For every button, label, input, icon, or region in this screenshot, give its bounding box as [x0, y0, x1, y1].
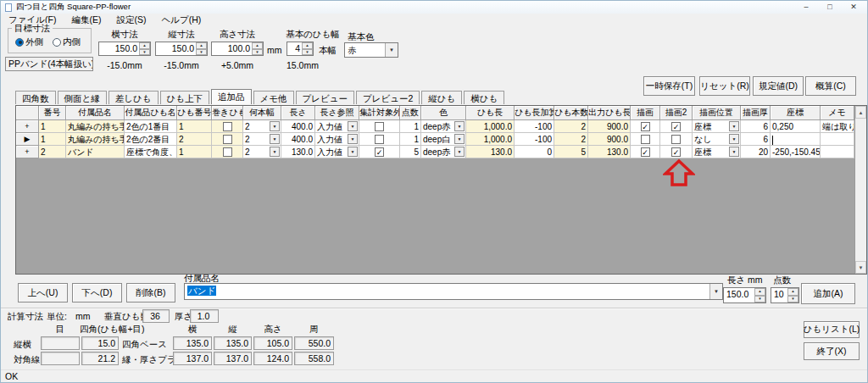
column-header[interactable]: メモ — [821, 106, 854, 120]
column-header[interactable]: ひも長加算 — [515, 106, 554, 120]
text-cell[interactable]: 2色の1番目 — [125, 120, 177, 133]
column-header[interactable]: 巻きひも — [212, 106, 243, 120]
row-marker[interactable]: + — [16, 146, 39, 158]
column-header[interactable]: 長さ参照 — [315, 106, 359, 120]
text-cell[interactable]: 座標で角度、描画.. — [125, 146, 177, 158]
text-cell[interactable]: 2 — [39, 146, 66, 158]
grid-corner-header[interactable] — [16, 106, 39, 120]
checkbox-cell[interactable] — [359, 120, 400, 133]
chevron-down-icon[interactable]: ▼ — [348, 134, 358, 144]
menu-edit[interactable]: 編集(E) — [64, 14, 108, 26]
column-header[interactable]: 番号 — [39, 106, 66, 120]
grid-row[interactable]: +1丸編みの持ち手(4..2色の1番目12▼400.0入力値▼1deep赤▼1,… — [16, 120, 854, 133]
length-spinner[interactable]: 150.0 ▲▼ — [723, 287, 766, 303]
dropdown-cell[interactable]: deep白▼ — [421, 133, 466, 146]
chevron-down-icon[interactable]: ▼ — [385, 43, 398, 57]
checkbox-checked-icon[interactable]: ✓ — [641, 147, 650, 157]
column-header[interactable]: 描画位置 — [693, 106, 741, 120]
depth-spinner[interactable]: 150.0 ▲▼ — [155, 42, 208, 56]
checkbox-cell[interactable] — [212, 120, 243, 133]
dropdown-cell[interactable]: 入力値▼ — [315, 133, 359, 146]
tab-9[interactable]: 横ひも — [464, 91, 504, 104]
chevron-down-icon[interactable]: ▼ — [270, 147, 280, 157]
accessory-name-combo[interactable]: バンド ▼ — [184, 283, 723, 300]
text-cell[interactable]: 5 — [554, 146, 588, 158]
points-spinner[interactable]: 10 ▲▼ — [771, 287, 799, 303]
text-cell[interactable]: 1 — [39, 120, 66, 133]
column-header[interactable]: 付属品ひも名 — [125, 106, 177, 120]
dropdown-cell[interactable]: 座標▼ — [693, 120, 741, 133]
chevron-down-icon[interactable]: ▼ — [729, 121, 739, 131]
text-cell[interactable]: 2 — [554, 133, 588, 146]
grid-row[interactable]: ▶1丸編みの持ち手(4..2色の2番目22▼400.0入力値▼1deep白▼1,… — [16, 133, 854, 146]
add-button[interactable]: 追加(A) — [801, 283, 855, 304]
text-cell[interactable]: 丸編みの持ち手(4.. — [66, 120, 125, 133]
checkbox-cell[interactable]: ✓ — [359, 146, 400, 158]
spin-up-icon[interactable]: ▲ — [754, 288, 765, 296]
spin-down-icon[interactable]: ▼ — [196, 49, 207, 56]
text-cell[interactable]: 1 — [400, 133, 421, 146]
column-header[interactable]: 集計対象外 — [359, 106, 400, 120]
checkbox-unchecked-icon[interactable] — [641, 135, 650, 144]
column-header[interactable]: 出力ひも長 — [588, 106, 631, 120]
tab-0[interactable]: 四角数 — [15, 91, 56, 104]
exit-button[interactable]: 終了(X) — [804, 342, 860, 360]
row-marker[interactable]: + — [16, 120, 39, 133]
move-down-button[interactable]: 下へ(D) — [72, 283, 122, 303]
column-header[interactable]: 付属品名 — [66, 106, 125, 120]
text-cell[interactable] — [771, 133, 821, 146]
radio-inner-icon[interactable] — [53, 38, 61, 47]
chevron-down-icon[interactable]: ▼ — [454, 147, 465, 157]
text-cell[interactable]: 5 — [400, 146, 421, 158]
string-list-button[interactable]: ひもリスト(L) — [804, 321, 860, 338]
band-width-spinner[interactable]: 4 ▲▼ — [287, 42, 314, 56]
spin-down-icon[interactable]: ▼ — [787, 296, 798, 303]
text-cell[interactable]: 0 — [515, 146, 554, 158]
checkbox-cell[interactable] — [212, 146, 243, 158]
checkbox-cell[interactable]: ✓ — [631, 146, 660, 158]
column-header[interactable]: ひも長 — [466, 106, 515, 120]
tab-6[interactable]: プレビュー — [296, 91, 354, 104]
checkbox-cell[interactable] — [631, 133, 660, 146]
chevron-down-icon[interactable]: ▼ — [729, 147, 739, 157]
tab-8[interactable]: 縦ひも — [421, 91, 462, 104]
column-header[interactable]: 描画 — [631, 106, 660, 120]
maximize-icon[interactable]: □ — [818, 1, 842, 14]
checkbox-cell[interactable]: ✓ — [660, 146, 693, 158]
menu-help[interactable]: ヘルプ(H) — [153, 14, 209, 26]
text-cell[interactable]: バンド — [66, 146, 125, 158]
text-cell[interactable]: 2 — [554, 120, 588, 133]
dropdown-cell[interactable]: deep赤▼ — [421, 146, 466, 158]
height-spinner[interactable]: 100.0 ▲▼ — [211, 42, 264, 56]
chevron-down-icon[interactable]: ▼ — [348, 147, 358, 157]
tab-5[interactable]: メモ他 — [253, 91, 294, 104]
radio-outer[interactable]: 外側 — [15, 36, 43, 48]
column-header[interactable]: ひも番号 — [177, 106, 212, 120]
chevron-down-icon[interactable]: ▼ — [729, 134, 739, 144]
spin-down-icon[interactable]: ▼ — [139, 49, 150, 56]
text-cell[interactable]: 130.0 — [281, 146, 315, 158]
radio-inner[interactable]: 内側 — [53, 36, 81, 48]
text-cell[interactable]: 400.0 — [281, 133, 315, 146]
text-cell[interactable]: 丸編みの持ち手(4.. — [66, 133, 125, 146]
column-header[interactable]: 長さ — [281, 106, 315, 120]
dropdown-cell[interactable]: 2▼ — [243, 120, 281, 133]
text-cell[interactable]: 1 — [400, 120, 421, 133]
estimate-button[interactable]: 概算(C) — [805, 76, 856, 96]
checkbox-unchecked-icon[interactable] — [375, 135, 384, 144]
spin-up-icon[interactable]: ▲ — [787, 288, 798, 296]
width-spinner[interactable]: 150.0 ▲▼ — [98, 42, 151, 56]
chevron-down-icon[interactable]: ▼ — [270, 121, 280, 131]
base-color-combo[interactable]: 赤 ▼ — [344, 42, 398, 58]
column-header[interactable]: 描画2 — [660, 106, 693, 120]
checkbox-checked-icon[interactable]: ✓ — [375, 147, 384, 157]
delete-button[interactable]: 削除(B) — [126, 283, 175, 303]
dropdown-cell[interactable]: 2▼ — [243, 133, 281, 146]
dropdown-cell[interactable]: 2▼ — [243, 146, 281, 158]
text-cell[interactable]: 1,000.0 — [466, 120, 515, 133]
checkbox-unchecked-icon[interactable] — [223, 147, 232, 157]
minimize-icon[interactable]: – — [794, 1, 818, 14]
tab-3[interactable]: ひも上下 — [160, 91, 210, 104]
text-cell[interactable]: 1 — [39, 133, 66, 146]
checkbox-checked-icon[interactable]: ✓ — [641, 122, 650, 131]
